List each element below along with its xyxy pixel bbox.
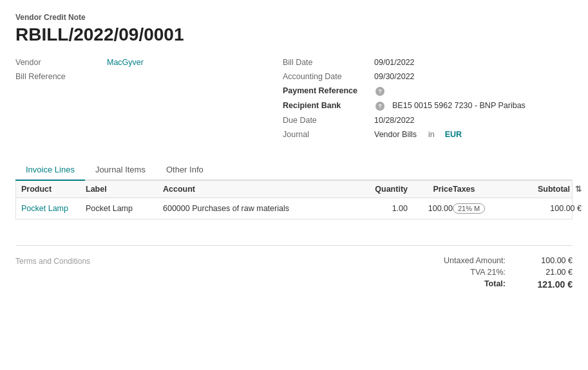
tabs-bar: Invoice Lines Journal Items Other Info — [15, 160, 573, 181]
untaxed-amount-row: Untaxed Amount: 100.00 € — [428, 256, 573, 265]
vendor-field-row: Vendor MacGyver — [15, 58, 257, 67]
payment-reference-help-icon[interactable]: ? — [375, 87, 384, 96]
bill-date-label: Bill Date — [283, 58, 366, 67]
recipient-bank-value: BE15 0015 5962 7230 - BNP Paribas — [392, 101, 526, 110]
tab-other-info[interactable]: Other Info — [156, 160, 214, 181]
subtotal-adjust-icon[interactable]: ⇅ — [575, 185, 582, 194]
bill-reference-label: Bill Reference — [15, 72, 99, 81]
form-left: Vendor MacGyver Bill Reference — [15, 58, 257, 144]
col-header-quantity: Quantity — [343, 185, 408, 194]
payment-reference-label: Payment Reference — [283, 86, 366, 95]
tab-journal-items[interactable]: Journal Items — [85, 160, 156, 181]
total-row: Total: 121.00 € — [428, 279, 573, 290]
accounting-date-value: 09/30/2022 — [374, 72, 415, 81]
due-date-label: Due Date — [283, 116, 366, 125]
tax-badge: 21% M — [453, 203, 485, 214]
cell-taxes: 21% M — [453, 203, 517, 214]
cell-account: 600000 Purchases of raw materials — [163, 204, 343, 213]
col-header-label: Label — [86, 185, 163, 194]
invoice-lines-table: Product Label Account Quantity Price Tax… — [15, 181, 573, 219]
tax-row: TVA 21%: 21.00 € — [428, 268, 573, 277]
document-title: RBILL/2022/09/0001 — [15, 24, 573, 45]
table-row: Pocket Lamp Pocket Lamp 600000 Purchases… — [16, 198, 572, 219]
untaxed-label: Untaxed Amount: — [428, 256, 506, 265]
journal-label: Journal — [283, 130, 366, 139]
terms-conditions: Terms and Conditions — [15, 256, 90, 266]
recipient-bank-label: Recipient Bank — [283, 101, 366, 110]
terms-label: Terms and Conditions — [15, 257, 90, 266]
col-header-account: Account — [163, 185, 343, 194]
form-right: Bill Date 09/01/2022 Accounting Date 09/… — [283, 58, 573, 144]
col-header-taxes: Taxes — [453, 185, 517, 194]
tab-invoice-lines[interactable]: Invoice Lines — [15, 160, 85, 181]
total-value: 121.00 € — [521, 279, 573, 290]
vendor-value[interactable]: MacGyver — [107, 58, 144, 67]
journal-field-row: Journal Vendor Bills in EUR — [283, 130, 573, 139]
bill-date-field-row: Bill Date 09/01/2022 — [283, 58, 573, 67]
recipient-bank-field-row: Recipient Bank ? BE15 0015 5962 7230 - B… — [283, 101, 573, 111]
journal-value: Vendor Bills — [374, 130, 417, 139]
col-header-subtotal: Subtotal ⇅ — [517, 185, 582, 194]
due-date-value: 10/28/2022 — [374, 116, 415, 125]
accounting-date-field-row: Accounting Date 09/30/2022 — [283, 72, 573, 81]
bill-reference-field-row: Bill Reference — [15, 72, 257, 81]
cell-subtotal: 100.00 € — [517, 204, 582, 213]
journal-currency[interactable]: EUR — [445, 130, 462, 139]
total-label: Total: — [428, 279, 506, 290]
bill-date-value: 09/01/2022 — [374, 58, 415, 67]
tax-value: 21.00 € — [521, 268, 573, 277]
totals-section: Untaxed Amount: 100.00 € TVA 21%: 21.00 … — [428, 256, 573, 292]
col-header-price: Price — [408, 185, 453, 194]
payment-reference-field-row: Payment Reference ? — [283, 86, 573, 96]
untaxed-value: 100.00 € — [521, 256, 573, 265]
cell-quantity: 1.00 — [343, 204, 408, 213]
document-type: Vendor Credit Note — [15, 13, 573, 22]
table-header: Product Label Account Quantity Price Tax… — [16, 181, 572, 198]
recipient-bank-help-icon[interactable]: ? — [375, 102, 384, 111]
footer-section: Terms and Conditions Untaxed Amount: 100… — [15, 245, 573, 292]
cell-label: Pocket Lamp — [86, 204, 163, 213]
tax-label: TVA 21%: — [428, 268, 506, 277]
form-section: Vendor MacGyver Bill Reference Bill Date… — [15, 58, 573, 144]
vendor-label: Vendor — [15, 58, 99, 67]
due-date-field-row: Due Date 10/28/2022 — [283, 116, 573, 125]
accounting-date-label: Accounting Date — [283, 72, 366, 81]
journal-in: in — [428, 130, 435, 139]
col-header-product: Product — [21, 185, 86, 194]
cell-price: 100.00 — [408, 204, 453, 213]
cell-product[interactable]: Pocket Lamp — [21, 204, 86, 213]
